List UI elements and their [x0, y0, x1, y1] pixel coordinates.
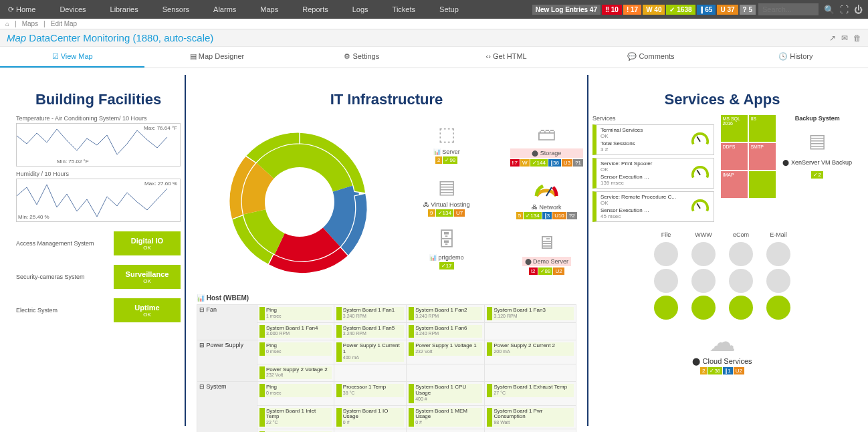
tile-ddfs[interactable]: DDFS	[721, 143, 748, 170]
sensor-cell[interactable]: System Board 1 Exhaust Temp27 °C	[485, 382, 576, 405]
sensor-cell[interactable]	[407, 429, 485, 432]
map-canvas: Building Facilities Temperature - Air Co…	[0, 68, 868, 432]
temperature-chart[interactable]: Max: 76.64 °F Min: 75.02 °F	[16, 123, 181, 167]
service-row[interactable]: Terminal ServicesOKTotal Sessions3 #	[592, 124, 714, 155]
cloud-icon: ☁	[592, 326, 852, 357]
sensor-cell[interactable]: Power Supply 2 Voltage 2232 Volt	[257, 364, 334, 382]
sensor-cell[interactable]: System Board 1 Fan43.000 RPM	[257, 322, 334, 340]
tile-uptime[interactable]: UptimeOK	[114, 298, 181, 322]
badge-paused[interactable]: ‖ 65	[697, 5, 716, 15]
sensor-cell[interactable]	[485, 322, 576, 340]
breadcrumb-edit[interactable]: Edit Map	[51, 20, 77, 27]
cloud-services[interactable]: ⬤ Cloud Services	[592, 357, 852, 366]
sensor-cell[interactable]: System Board 1 Fan13.240 RPM	[334, 305, 406, 323]
tile-digital-io[interactable]: Digital IOOK	[114, 231, 181, 255]
nav-libraries[interactable]: Libraries	[98, 0, 150, 19]
search-icon[interactable]: 🔍	[824, 5, 835, 15]
traffic-e-mail[interactable]: E-Mail	[766, 231, 790, 320]
storage-block[interactable]: 🗃⬤ Storage‼7W✓144‖36U3?1	[510, 119, 583, 167]
service-row[interactable]: Service: Print SpoolerOKSensor Execution…	[592, 158, 714, 189]
service-tilemap[interactable]: MS SQL 2016 IIS DDFS SMTP IMAP	[721, 115, 776, 225]
service-row[interactable]: Service: Remote Procedure C...OKSensor E…	[592, 191, 714, 222]
breadcrumb-maps[interactable]: Maps	[22, 20, 38, 27]
heading-building: Building Facilities	[16, 91, 181, 108]
tab-map-designer[interactable]: ▤ Map Designer	[144, 47, 289, 68]
nav-maps[interactable]: Maps	[248, 0, 290, 19]
sensor-cell[interactable]	[485, 429, 576, 432]
page-title: Map DataCenter Monitoring (1880, auto-sc…	[7, 32, 213, 43]
home-icon[interactable]: ⌂	[5, 20, 9, 27]
sensor-cell[interactable]	[407, 364, 485, 382]
badge-warn[interactable]: W 40	[643, 5, 665, 15]
prtg-block[interactable]: 🗄📊 prtgdemo✓17	[429, 225, 464, 269]
power-icon[interactable]: ⏻	[854, 5, 863, 15]
badge-ok[interactable]: ✓ 1638	[666, 5, 695, 15]
tile-smtp[interactable]: SMTP	[749, 143, 776, 170]
sensor-cell[interactable]: Ping0 msec	[257, 340, 334, 364]
sensor-cell[interactable]: System Board 1 Fan33.120 RPM	[485, 305, 576, 323]
sensor-cell[interactable]: Power Supply 2 Current 2200 mA	[485, 340, 576, 364]
badge-error[interactable]: ! 17	[623, 5, 641, 15]
nav-setup[interactable]: Setup	[427, 0, 471, 19]
nav-devices[interactable]: Devices	[47, 0, 98, 19]
svg-point-1	[265, 167, 334, 237]
sunburst-chart[interactable]	[213, 115, 387, 289]
badge-unknown[interactable]: ? 5	[740, 5, 756, 15]
sensor-cell[interactable]: Ping0 msec	[257, 382, 334, 405]
xen-backup[interactable]: ⬤ XenServer VM Backup	[782, 159, 852, 166]
sensor-cell[interactable]: System Board 1 IO Usage0 #	[334, 405, 406, 429]
tab-history[interactable]: 🕓 History	[724, 47, 868, 68]
tile-imap[interactable]: IMAP	[721, 171, 748, 198]
traffic-ecom[interactable]: eCom	[729, 231, 753, 320]
nav-reports[interactable]: Reports	[290, 0, 340, 19]
traffic-file[interactable]: File	[654, 231, 678, 320]
badge-newlog[interactable]: New Log Entries 47	[532, 5, 601, 15]
breadcrumb: ⌂| Maps| Edit Map	[0, 19, 868, 29]
sensor-cell[interactable]: System Board 1 SYS Usage600 #	[257, 429, 334, 432]
sensor-cell[interactable]: System Board 1 CPU Usage400 #	[407, 382, 485, 405]
badge-unusual[interactable]: U 37	[717, 5, 738, 15]
host-row-label[interactable]: ⊟ Power Supply	[197, 340, 257, 382]
server-block[interactable]: ⬚📊 Server2✓98	[431, 119, 462, 164]
fullscreen-icon[interactable]: ⛶	[840, 5, 849, 15]
sensor-cell[interactable]: System Board 1 Inlet Temp22 °C	[257, 405, 334, 429]
delete-icon[interactable]: 🗑	[853, 33, 861, 43]
tile-surveillance[interactable]: SurveillanceOK	[114, 265, 181, 289]
sensor-cell[interactable]	[334, 429, 406, 432]
nav-logs[interactable]: Logs	[340, 0, 381, 19]
sensor-cell[interactable]: Power Supply 1 Current 1400 mA	[334, 340, 406, 364]
sensor-cell[interactable]: Ping1 msec	[257, 305, 334, 323]
nav-sensors[interactable]: Sensors	[150, 0, 201, 19]
sensor-cell[interactable]: System Board 1 Fan63.240 RPM	[407, 322, 485, 340]
humidity-chart[interactable]: Max: 27.60 % Min: 25.40 %	[16, 179, 181, 222]
network-block[interactable]: 🖧 Network5✓134‖3U10?2	[516, 175, 577, 219]
traffic-www[interactable]: WWW	[691, 231, 716, 320]
tab-comments[interactable]: 💬 Comments	[578, 47, 723, 68]
sensor-cell[interactable]: System Board 1 Fan53.240 RPM	[334, 322, 406, 340]
sensor-cell[interactable]: Processor 1 Temp38 °C	[334, 382, 406, 405]
sensor-cell[interactable]: Power Supply 1 Voltage 1232 Volt	[407, 340, 485, 364]
home-icon: ⟳	[8, 5, 16, 13]
nav-tickets[interactable]: Tickets	[381, 0, 427, 19]
sensor-cell[interactable]	[485, 364, 576, 382]
sensor-cell[interactable]	[334, 364, 406, 382]
sensor-cell[interactable]: System Board 1 Fan23.240 RPM	[407, 305, 485, 323]
nav-alarms[interactable]: Alarms	[201, 0, 248, 19]
sensor-cell[interactable]: System Board 1 Pwr Consumption98 Watt	[485, 405, 576, 429]
vhost-block[interactable]: ▤🖧 Virtual Hosting9✓134U7	[423, 172, 470, 217]
tile-blank[interactable]	[749, 171, 776, 198]
open-icon[interactable]: ↗	[829, 33, 836, 43]
tab-get-html[interactable]: ‹› Get HTML	[434, 47, 578, 68]
search-input[interactable]	[758, 3, 819, 15]
tab-settings[interactable]: ⚙ Settings	[290, 47, 434, 68]
mail-icon[interactable]: ✉	[841, 33, 848, 43]
demo-block[interactable]: 🖥⬤ Demo Server!2✓88U2	[522, 227, 572, 275]
host-row-label[interactable]: ⊟ System	[197, 382, 257, 432]
sensor-cell[interactable]: System Board 1 MEM Usage0 #	[407, 405, 485, 429]
host-row-label[interactable]: ⊟ Fan	[197, 305, 257, 340]
badge-critical[interactable]: ‼ 10	[602, 5, 622, 15]
tab-view-map[interactable]: ☑ View Map	[0, 47, 144, 68]
tile-mssql[interactable]: MS SQL 2016	[721, 115, 748, 142]
tile-iis[interactable]: IIS	[749, 115, 776, 142]
nav-home[interactable]: ⟳ Home	[5, 0, 47, 19]
